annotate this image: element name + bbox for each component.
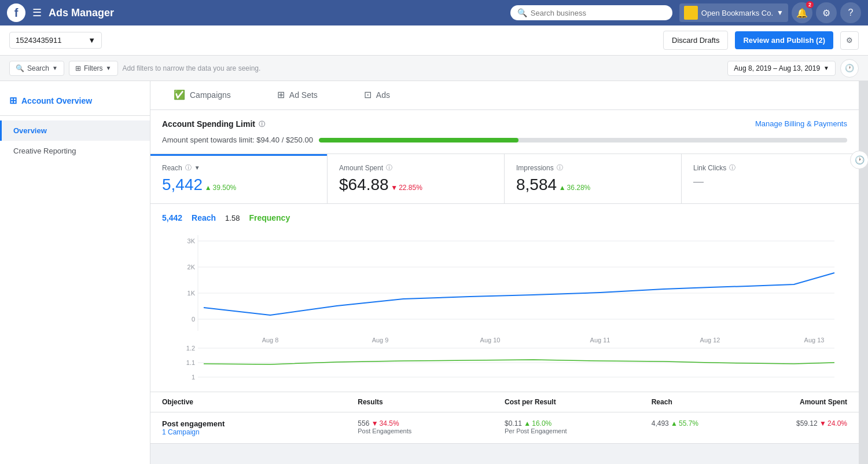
impressions-change: ▲ 36.28%: [559, 184, 591, 192]
spending-progress-fill: [319, 138, 518, 143]
account-overview-label: Account Overview: [21, 96, 92, 105]
filters-label: Filters: [84, 64, 103, 72]
results-down-arrow: ▼: [372, 419, 378, 428]
reach-dropdown-icon[interactable]: ▼: [194, 165, 200, 171]
sidebar-overview-label: Overview: [13, 126, 47, 135]
sidebar-creative-label: Creative Reporting: [13, 147, 76, 155]
cell-objective: Post engagement 1 Campaign: [162, 419, 358, 436]
svg-text:Aug 8: Aug 8: [262, 337, 279, 344]
metric-reach-value: 5,442 ▲ 39.50%: [162, 176, 315, 194]
clicks-info-icon[interactable]: ⓘ: [729, 163, 735, 172]
search-filter-icon: 🔍: [16, 64, 24, 72]
search-filter-button[interactable]: 🔍 Search ▼: [9, 61, 64, 76]
legend-freq-label: Frequency: [249, 213, 290, 222]
impressions-info-icon[interactable]: ⓘ: [557, 163, 563, 172]
bell-icon: 🔔: [796, 8, 808, 19]
table-header: Objective Results Cost per Result Reach …: [150, 392, 859, 412]
spending-title: Account Spending Limit ⓘ: [162, 119, 265, 129]
date-range-picker[interactable]: Aug 8, 2019 – Aug 13, 2019 ▼: [727, 61, 836, 76]
reach-info-icon[interactable]: ⓘ: [185, 163, 192, 172]
business-selector[interactable]: Open Bookmarks Co. ▼: [679, 3, 788, 22]
tabs-bar: ✅ Campaigns ⊞ Ad Sets ⊡ Ads: [150, 81, 859, 110]
main-toolbar: 15243435911 ▼ Discard Drafts Review and …: [0, 25, 868, 56]
settings-button[interactable]: ⚙: [816, 2, 837, 23]
results-change: ▼ 34.5%: [372, 419, 399, 428]
toolbar-settings-button[interactable]: ⚙: [840, 31, 859, 50]
sidebar: ⊞ Account Overview Overview Creative Rep…: [0, 81, 150, 464]
discard-drafts-button[interactable]: Discard Drafts: [663, 31, 728, 50]
nav-right-section: Open Bookmarks Co. ▼ 🔔 2 ⚙ ?: [679, 2, 861, 23]
col-reach: Reach: [652, 398, 749, 406]
cost-value: $0.11: [505, 419, 522, 428]
svg-text:Aug 10: Aug 10: [480, 337, 501, 344]
data-table: Objective Results Cost per Result Reach …: [150, 392, 859, 444]
svg-text:3K: 3K: [187, 238, 196, 244]
account-id: 15243435911: [16, 36, 62, 45]
tab-adsets[interactable]: ⊞ Ad Sets: [254, 81, 341, 109]
spending-title-text: Account Spending Limit: [162, 119, 255, 129]
tab-ads[interactable]: ⊡ Ads: [341, 81, 413, 109]
col-objective: Objective: [162, 398, 358, 406]
search-business-bar[interactable]: 🔍: [510, 5, 672, 20]
spent-change: ▼ 22.85%: [391, 184, 422, 192]
objective-campaign-link[interactable]: 1 Campaign: [162, 428, 358, 436]
account-selector[interactable]: 15243435911 ▼: [9, 32, 102, 49]
facebook-logo: f: [7, 3, 25, 22]
amount-value: $59.12: [796, 419, 818, 428]
reach-tbl-up-arrow: ▲: [671, 419, 678, 428]
metric-impressions: Impressions ⓘ 8,584 ▲ 36.28%: [505, 154, 682, 203]
gear-icon: ⚙: [822, 8, 830, 19]
cost-up-arrow: ▲: [524, 419, 531, 428]
metric-amount-spent: Amount Spent ⓘ $64.88 ▼ 22.85%: [328, 154, 505, 203]
svg-text:2K: 2K: [187, 264, 196, 271]
svg-text:1.2: 1.2: [186, 345, 195, 352]
business-name: Open Bookmarks Co.: [701, 9, 773, 17]
campaigns-icon: ✅: [174, 89, 185, 100]
manage-billing-link[interactable]: Manage Billing & Payments: [755, 119, 847, 128]
sidebar-item-overview[interactable]: Overview: [0, 120, 150, 141]
tab-adsets-label: Ad Sets: [289, 90, 318, 100]
metric-spent-value: $64.88 ▼ 22.85%: [339, 176, 492, 194]
impressions-up-arrow: ▲: [559, 184, 566, 192]
hamburger-icon[interactable]: ☰: [32, 6, 42, 19]
search-business-input[interactable]: [531, 9, 665, 17]
spending-progress-bar: [319, 138, 847, 143]
right-clock-button[interactable]: 🕐: [850, 151, 868, 169]
metric-reach: Reach ⓘ ▼ 5,442 ▲ 39.50%: [150, 154, 328, 203]
cell-cost: $0.11 ▲ 16.0% Per Post Engagement: [505, 419, 652, 436]
sidebar-item-creative-reporting[interactable]: Creative Reporting: [0, 141, 150, 161]
help-icon: ?: [848, 8, 854, 18]
svg-text:Aug 12: Aug 12: [700, 337, 720, 344]
help-button[interactable]: ?: [840, 2, 861, 23]
filter-icon: ⊞: [75, 64, 81, 72]
spent-info-icon[interactable]: ⓘ: [386, 163, 392, 172]
svg-text:1.1: 1.1: [186, 359, 195, 366]
clock-button[interactable]: 🕐: [840, 59, 859, 78]
account-overview-icon: ⊞: [9, 95, 17, 106]
objective-name: Post engagement: [162, 419, 358, 428]
review-publish-button[interactable]: Review and Publish (2): [735, 31, 833, 49]
cell-amount: $59.12 ▼ 24.0%: [749, 419, 847, 436]
col-results: Results: [358, 398, 505, 406]
spending-limit-section: Account Spending Limit ⓘ Manage Billing …: [150, 110, 859, 154]
reach-tbl-change: ▲ 55.7%: [671, 419, 698, 428]
notifications-button[interactable]: 🔔 2: [792, 2, 812, 23]
legend-freq-num: 1.58: [225, 214, 240, 222]
notification-badge: 2: [806, 1, 814, 8]
cell-results: 556 ▼ 34.5% Post Engagements: [358, 419, 505, 436]
business-dropdown-icon: ▼: [777, 9, 784, 17]
search-filter-chevron: ▼: [52, 65, 58, 71]
search-icon: 🔍: [517, 8, 527, 17]
cost-sub: Per Post Engagement: [505, 428, 652, 434]
account-overview-header[interactable]: ⊞ Account Overview: [0, 90, 150, 111]
filters-button[interactable]: ⊞ Filters ▼: [69, 61, 118, 76]
reach-change: ▲ 39.50%: [205, 184, 237, 192]
tab-campaigns[interactable]: ✅ Campaigns: [150, 81, 254, 109]
main-content: ✅ Campaigns ⊞ Ad Sets ⊡ Ads Account Spen…: [150, 81, 859, 464]
ads-icon: ⊡: [364, 89, 372, 100]
frequency-line: [204, 360, 834, 364]
spending-info-icon[interactable]: ⓘ: [259, 120, 265, 129]
col-amount: Amount Spent: [749, 398, 847, 406]
account-dropdown-icon: ▼: [88, 36, 95, 45]
tab-ads-label: Ads: [376, 90, 390, 100]
